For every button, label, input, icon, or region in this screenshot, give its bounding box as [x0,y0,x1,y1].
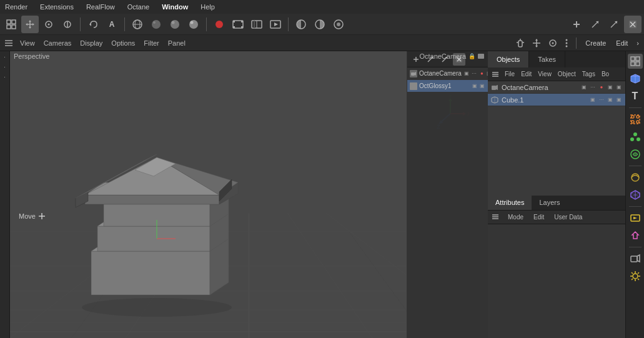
vp-object-octanecamera[interactable]: OctaneCamera ▣ ⋯ ● ▣ ▣ [407,67,488,80]
tool-add[interactable] [568,16,585,33]
hand-tool[interactable] [513,36,527,50]
tool-rotate[interactable] [40,16,57,33]
move-text: Move [19,212,36,220]
cameras-menu[interactable]: Cameras [40,38,76,48]
expand-icon[interactable]: › [634,38,642,48]
tool-circle-dot[interactable] [330,16,347,33]
r-spline-icon[interactable] [628,112,643,127]
svg-point-22 [189,20,198,29]
tool-half-circle-r[interactable] [311,16,329,33]
vp-object-octglossy1[interactable]: OctGlossy1 ▣ ▣ [407,80,488,92]
tool-a[interactable]: A [103,16,121,33]
edit-menu[interactable]: Edit [612,38,632,48]
left-tool-3[interactable]: · [1,72,9,81]
tool-move[interactable] [21,16,39,33]
r-light-icon[interactable] [628,269,643,284]
tool-film2[interactable] [248,16,265,33]
obj-bo-menu[interactable]: Bo [600,70,611,78]
r-object-icon[interactable] [628,187,643,202]
tool-sphere-d[interactable] [185,16,202,33]
cube-btn-4[interactable]: ▣ [615,96,623,104]
tool-film[interactable] [229,16,247,33]
r-mograph-icon[interactable] [628,129,643,144]
svg-marker-7 [29,27,31,29]
tool-half-circle-l[interactable] [292,16,310,33]
tool-sphere-c[interactable] [166,16,184,33]
obj-object-menu[interactable]: Object [556,70,578,78]
cam-btn-4[interactable]: ▣ [615,84,623,91]
tool-arrow1[interactable] [587,16,604,33]
svg-rect-52 [518,41,522,47]
cam-btn-3[interactable]: ▣ [607,84,614,91]
obj-edit-menu[interactable]: Edit [519,70,533,78]
tab-takes[interactable]: Takes [529,51,565,67]
tool-layout[interactable] [2,16,20,33]
menu-render[interactable]: Render [2,3,30,11]
object-item-cube1[interactable]: Cube.1 ▣ ⋯ ▣ ▣ [488,94,625,106]
svg-line-165 [638,272,639,274]
hamburger-icon[interactable] [2,37,15,49]
menu-octane[interactable]: Octane [125,3,152,11]
tool-sphere-a[interactable] [129,16,146,33]
menu-extensions[interactable]: Extensions [37,3,76,11]
svg-rect-31 [254,21,255,28]
vp-g-icon-2[interactable]: ▣ [478,82,485,89]
cam-btn-2[interactable]: ⋯ [589,84,597,91]
menu-help[interactable]: Help [198,3,217,11]
tool-scale[interactable] [59,16,76,33]
tab-attributes[interactable]: Attributes [488,196,532,210]
left-tool-1[interactable]: · [1,52,9,61]
object-item-octanecamera[interactable]: OctaneCamera ▣ ⋯ ● ▣ ▣ [488,81,625,94]
left-tool-2[interactable]: · [1,62,9,71]
filter-menu[interactable]: Filter [140,38,162,48]
objects-hamburger[interactable] [490,69,500,79]
r-cube-icon[interactable] [628,71,643,86]
r-layout-icon[interactable] [628,54,643,69]
r-camera-icon[interactable] [628,251,643,266]
tool-arrow2[interactable] [605,16,623,33]
vp-g-icon-1[interactable]: ▣ [471,82,478,89]
menu-window[interactable]: Window [159,3,191,11]
r-character-icon[interactable] [628,228,643,243]
attr-hamburger[interactable] [490,212,500,222]
vp-icon-red[interactable]: ● [478,70,485,77]
glossy-thumb [410,82,417,90]
vp-icon-2[interactable]: ⋯ [471,70,478,77]
tool-sphere-b[interactable] [147,16,165,33]
obj-file-menu[interactable]: File [503,70,517,78]
cube-btn-2[interactable]: ⋯ [598,96,605,104]
obj-tags-menu[interactable]: Tags [580,70,597,78]
tool-film3[interactable] [267,16,284,33]
attr-userdata-menu[interactable]: User Data [552,213,585,221]
tab-layers[interactable]: Layers [532,196,567,210]
r-nurbs-icon[interactable] [628,170,643,185]
viewport[interactable]: Perspective OctaneCamera 🔒 Move Y X [10,51,488,338]
cam-btn-red[interactable]: ● [598,84,605,91]
panel-menu[interactable]: Panel [164,38,189,48]
create-menu[interactable]: Create [582,38,610,48]
display-menu[interactable]: Display [76,38,106,48]
vp-icon-1[interactable]: ▣ [463,70,470,77]
cube-btn-1[interactable]: ▣ [589,96,597,104]
attr-mode-menu[interactable]: Mode [505,213,526,221]
tool-record[interactable] [211,16,228,33]
vp-icon-3[interactable]: ▣ [486,70,488,77]
svg-point-140 [632,116,634,118]
r-deformer-icon[interactable] [628,147,643,162]
rotate-tool[interactable] [546,36,560,50]
obj-view-menu[interactable]: View [536,70,553,78]
dots-icon[interactable] [562,36,571,50]
cam-btn-1[interactable]: ▣ [580,84,588,91]
svg-marker-121 [415,72,416,76]
view-menu[interactable]: View [16,38,39,48]
tool-undo[interactable] [84,16,102,33]
r-text-icon[interactable]: T [628,89,643,104]
tab-objects[interactable]: Objects [488,51,529,67]
r-scene-icon[interactable] [628,211,643,226]
tool-delete[interactable] [624,16,642,33]
cube-btn-3[interactable]: ▣ [607,96,614,104]
options-menu[interactable]: Options [107,38,139,48]
menu-realflow[interactable]: RealFlow [84,3,117,11]
move-tool[interactable] [530,36,543,50]
attr-edit-menu[interactable]: Edit [531,213,547,221]
